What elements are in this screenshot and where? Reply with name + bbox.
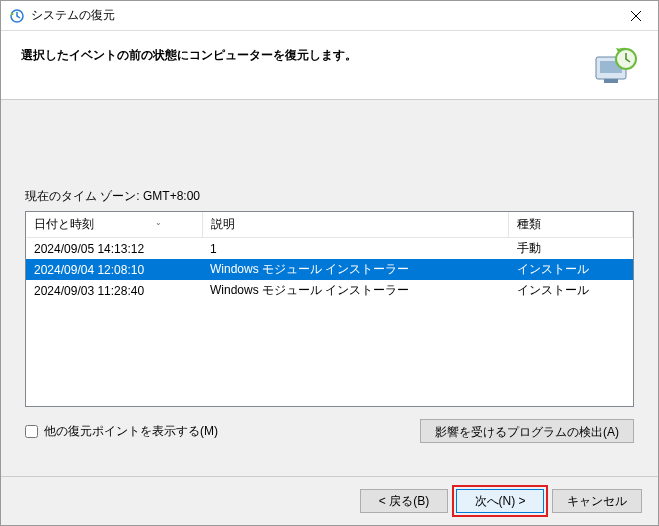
- column-header-date[interactable]: 日付と時刻 ⌄: [26, 212, 202, 238]
- footer: < 戻る(B) 次へ(N) > キャンセル: [1, 476, 658, 525]
- header: 選択したイベントの前の状態にコンピューターを復元します。: [1, 31, 658, 100]
- table-row[interactable]: 2024/09/05 14:13:121手動: [26, 238, 633, 260]
- cell-date: 2024/09/04 12:08:10: [26, 259, 202, 280]
- column-header-desc[interactable]: 説明: [202, 212, 509, 238]
- back-button[interactable]: < 戻る(B): [360, 489, 448, 513]
- svg-rect-3: [604, 79, 618, 83]
- show-more-checkbox-wrap[interactable]: 他の復元ポイントを表示する(M): [25, 423, 412, 440]
- cell-desc: Windows モジュール インストーラー: [202, 259, 509, 280]
- timezone-label: 現在のタイム ゾーン: GMT+8:00: [25, 188, 634, 205]
- cell-date: 2024/09/03 11:28:40: [26, 280, 202, 301]
- table-row[interactable]: 2024/09/03 11:28:40Windows モジュール インストーラー…: [26, 280, 633, 301]
- headline: 選択したイベントの前の状態にコンピューターを復元します。: [21, 45, 578, 64]
- system-restore-hero-icon: [590, 45, 638, 85]
- window-title: システムの復元: [31, 7, 613, 24]
- cell-type: インストール: [509, 259, 633, 280]
- scan-affected-button[interactable]: 影響を受けるプログラムの検出(A): [420, 419, 634, 443]
- restore-icon: [9, 8, 25, 24]
- content-area: 現在のタイム ゾーン: GMT+8:00 日付と時刻 ⌄ 説明 種類 2024/…: [1, 100, 658, 476]
- sort-indicator-icon: ⌄: [155, 218, 162, 227]
- bottom-controls: 他の復元ポイントを表示する(M) 影響を受けるプログラムの検出(A): [25, 419, 634, 443]
- table-row[interactable]: 2024/09/04 12:08:10Windows モジュール インストーラー…: [26, 259, 633, 280]
- cell-type: インストール: [509, 280, 633, 301]
- cell-desc: Windows モジュール インストーラー: [202, 280, 509, 301]
- show-more-label: 他の復元ポイントを表示する(M): [44, 423, 218, 440]
- titlebar: システムの復元: [1, 1, 658, 31]
- cell-type: 手動: [509, 238, 633, 260]
- restore-points-table[interactable]: 日付と時刻 ⌄ 説明 種類 2024/09/05 14:13:121手動2024…: [25, 211, 634, 407]
- next-button[interactable]: 次へ(N) >: [456, 489, 544, 513]
- show-more-checkbox[interactable]: [25, 425, 38, 438]
- cell-date: 2024/09/05 14:13:12: [26, 238, 202, 260]
- close-button[interactable]: [613, 1, 658, 31]
- cancel-button[interactable]: キャンセル: [552, 489, 642, 513]
- column-header-type[interactable]: 種類: [509, 212, 633, 238]
- cell-desc: 1: [202, 238, 509, 260]
- table-header-row: 日付と時刻 ⌄ 説明 種類: [26, 212, 633, 238]
